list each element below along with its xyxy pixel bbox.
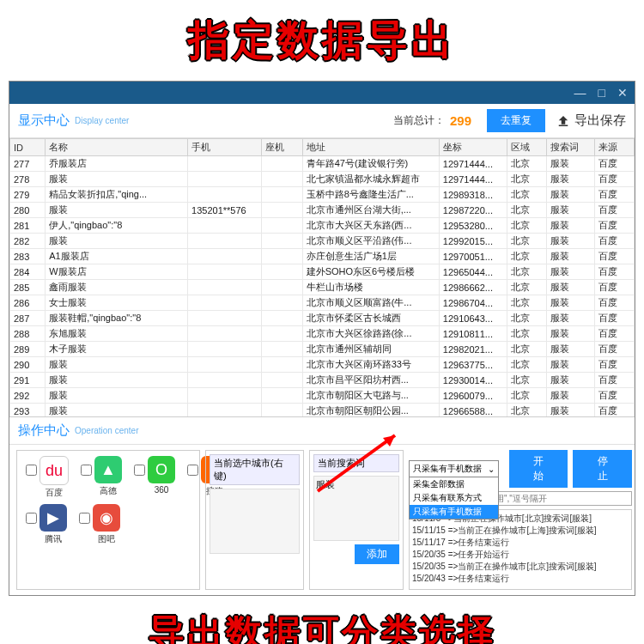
op-title: 操作中心 <box>18 422 70 439</box>
maximize-icon[interactable]: □ <box>598 86 605 100</box>
source-360[interactable]: O360 <box>148 456 175 495</box>
dropdown-selected: 只采集有手机数据 <box>413 463 482 475</box>
table-row[interactable]: 291服装北京市昌平区阳坊村西...12930014...北京服装百度 <box>10 373 635 388</box>
table-row[interactable]: 278服装北七家镇温都水城永辉超市12971444...北京服装百度 <box>10 172 635 187</box>
log-panel[interactable]: 15/11/3 =>当前正在操作城市[北京]搜索词[服装]15/11/15 =>… <box>409 509 632 590</box>
source-checkbox[interactable] <box>26 513 37 524</box>
display-subtitle: Display center <box>75 116 129 125</box>
start-button[interactable]: 开始 <box>509 450 568 488</box>
titlebar: — □ ✕ <box>9 82 635 104</box>
col-header[interactable]: ID <box>10 139 46 156</box>
banner-top: 指定数据导出 <box>0 0 644 81</box>
data-table[interactable]: ID名称手机座机地址坐标区域搜索词来源 277乔服装店青年路47号(建设银行旁)… <box>9 138 635 417</box>
search-keyword-title: 当前搜索词 <box>313 454 399 472</box>
table-row[interactable]: 284W服装店建外SOHO东区6号楼后楼12965044...北京服装百度 <box>10 264 635 280</box>
stop-button[interactable]: 停止 <box>573 450 632 488</box>
table-row[interactable]: 290服装北京市大兴区南环路33号12963775...北京服装百度 <box>10 357 635 373</box>
display-center-header: 显示中心 Display center 当前总计： 299 去重复 导出保存 <box>9 104 635 138</box>
col-header[interactable]: 座机 <box>261 139 302 156</box>
source-checkbox[interactable] <box>187 465 198 476</box>
table-row[interactable]: 293服装北京市朝阳区朝阳公园...12966588...北京服装百度 <box>10 404 635 418</box>
selected-city-list[interactable] <box>210 489 300 554</box>
source-checkbox[interactable] <box>79 513 90 524</box>
table-row[interactable]: 283A1服装店亦庄创意生活广场1层12970051...北京服装百度 <box>10 249 635 264</box>
log-line: 15/20/35 =>当前正在操作城市[北京]搜索词[服装] <box>412 561 629 573</box>
search-keyword-group: 当前搜索词 服装 添加 <box>309 450 404 590</box>
table-row[interactable]: 292服装北京市朝阳区大屯路与...12960079...北京服装百度 <box>10 388 635 404</box>
source-checkbox[interactable] <box>134 465 145 476</box>
dropdown-option[interactable]: 只采集有联系方式 <box>410 491 498 505</box>
table-row[interactable]: 288东旭服装北京市大兴区徐路路(徐...12910811...北京服装百度 <box>10 326 635 342</box>
col-header[interactable]: 来源 <box>595 139 635 156</box>
log-line: 15/20/43 =>任务结束运行 <box>412 573 629 585</box>
source-百度[interactable]: du百度 <box>39 456 69 499</box>
table-row[interactable]: 280服装135201**576北京市通州区台湖大街,...12987220..… <box>10 203 635 218</box>
col-header[interactable]: 区域 <box>507 139 546 156</box>
source-腾讯[interactable]: ▶腾讯 <box>39 504 67 545</box>
table-row[interactable]: 281伊人,"qingbao":"8北京市大兴区天东路(西...12953280… <box>10 218 635 234</box>
export-label: 导出保存 <box>574 112 626 129</box>
source-icon: O <box>148 456 175 483</box>
source-checkbox[interactable] <box>26 465 37 476</box>
source-icon: du <box>39 456 69 485</box>
collection-mode-dropdown[interactable]: 只采集有手机数据⌄ 采集全部数据只采集有联系方式只采集有手机数据 <box>409 460 499 477</box>
source-icon: ◉ <box>93 504 120 532</box>
table-row[interactable]: 287服装鞋帽,"qingbao":"8北京市怀柔区古长城西12910643..… <box>10 311 635 326</box>
source-checkbox[interactable] <box>81 465 92 476</box>
table-row[interactable]: 282服装北京市顺义区平沿路(伟...12992015...北京服装百度 <box>10 234 635 249</box>
total-count: 299 <box>450 113 471 128</box>
operation-center-header: 操作中心 Operation center <box>9 417 635 445</box>
selected-city-title: 当前选中城市(右键) <box>210 454 300 485</box>
selected-city-group: 当前选中城市(右键) <box>205 450 304 590</box>
close-icon[interactable]: ✕ <box>617 86 628 100</box>
col-header[interactable]: 搜索词 <box>546 139 595 156</box>
log-line: 15/11/15 =>当前正在操作城市[上海]搜索词[服装] <box>412 525 629 537</box>
display-title: 显示中心 <box>18 112 70 129</box>
table-row[interactable]: 277乔服装店青年路47号(建设银行旁)12971444...北京服装百度 <box>10 156 635 172</box>
export-icon <box>556 113 571 129</box>
col-header[interactable]: 手机 <box>188 139 262 156</box>
table-row[interactable]: 279精品女装折扣店,"qing...玉桥中路8号鑫隆生活广...1298931… <box>10 187 635 203</box>
table-row[interactable]: 285鑫雨服装牛栏山市场楼12986662...北京服装百度 <box>10 280 635 295</box>
source-icon: ▲ <box>94 456 122 483</box>
dropdown-options[interactable]: 采集全部数据只采集有联系方式只采集有手机数据 <box>409 477 499 519</box>
export-save-button[interactable]: 导出保存 <box>556 112 626 129</box>
minimize-icon[interactable]: — <box>574 86 586 100</box>
col-header[interactable]: 坐标 <box>439 139 507 156</box>
dedupe-button[interactable]: 去重复 <box>487 109 545 132</box>
source-icon: ▶ <box>39 504 67 532</box>
banner-bottom: 导出数据可分类选择 <box>0 596 644 644</box>
keyword-item[interactable]: 服装 <box>316 478 397 491</box>
total-label: 当前总计： <box>393 113 445 128</box>
map-sources: du百度▲高德O360S搜狗 ▶腾讯◉图吧 <box>16 450 200 590</box>
source-高德[interactable]: ▲高德 <box>94 456 122 497</box>
log-line: 15/20/35 =>任务开始运行 <box>412 549 629 561</box>
table-row[interactable]: 289木子服装北京市通州区辅胡同12982021...北京服装百度 <box>10 342 635 357</box>
dropdown-option[interactable]: 只采集有手机数据 <box>410 505 498 519</box>
op-subtitle: Operation center <box>75 426 139 435</box>
table-row[interactable]: 286女士服装北京市顺义区顺富路(牛...12986704...北京服装百度 <box>10 295 635 311</box>
col-header[interactable]: 地址 <box>302 139 439 156</box>
add-keyword-button[interactable]: 添加 <box>355 544 399 564</box>
log-line: 15/11/17 =>任务结束运行 <box>412 537 629 549</box>
operation-center: du百度▲高德O360S搜狗 ▶腾讯◉图吧 当前选中城市(右键) 当前搜索词 服… <box>9 445 635 595</box>
search-keyword-list[interactable]: 服装 <box>313 476 399 541</box>
col-header[interactable]: 名称 <box>46 139 188 156</box>
chevron-down-icon: ⌄ <box>488 465 495 474</box>
dropdown-option[interactable]: 采集全部数据 <box>410 477 498 491</box>
app-window: — □ ✕ 显示中心 Display center 当前总计： 299 去重复 … <box>9 81 635 596</box>
source-图吧[interactable]: ◉图吧 <box>93 504 120 545</box>
